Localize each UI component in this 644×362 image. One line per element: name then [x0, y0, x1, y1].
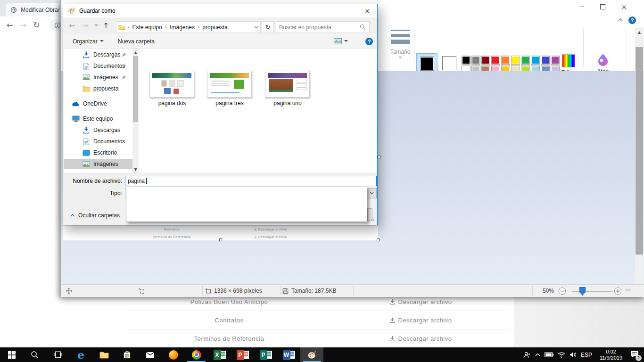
help-icon[interactable]: ? — [628, 16, 636, 24]
clock[interactable]: 0:02 11/9/2019 — [596, 349, 626, 361]
recent-locations-icon[interactable] — [94, 25, 98, 27]
maximize-button[interactable] — [592, 0, 613, 14]
sidebar-item-propuesta[interactable]: propuesta — [64, 83, 132, 94]
forward-icon[interactable]: → — [82, 21, 88, 30]
palette-swatch[interactable] — [481, 56, 490, 65]
taskbar-firefox[interactable] — [162, 347, 185, 362]
taskbar-mail[interactable] — [139, 347, 162, 362]
canvas-resize-handle[interactable] — [377, 239, 380, 241]
sidebar-item-este-equipo[interactable]: Este equipo — [64, 114, 132, 124]
scroll-up-icon[interactable]: ▲ — [132, 49, 139, 55]
palette-swatch[interactable] — [471, 56, 480, 65]
dialog-close-button[interactable]: × — [357, 4, 377, 17]
taskbar-paint[interactable] — [300, 347, 323, 362]
taskbar-store[interactable] — [116, 347, 139, 362]
hidden-icons-chevron[interactable] — [535, 353, 540, 356]
taskbar-file-explorer[interactable] — [92, 347, 116, 362]
filename-input[interactable]: pagina — [125, 176, 377, 186]
browser-back-icon[interactable]: ← — [7, 20, 13, 30]
volume-icon[interactable] — [570, 352, 577, 358]
browser-forward-icon[interactable]: → — [20, 20, 26, 30]
filename-autocomplete-dropdown[interactable] — [126, 187, 367, 222]
canvas-resize-handle[interactable] — [219, 239, 222, 241]
close-button[interactable]: × — [613, 0, 635, 14]
combo-chevron-icon[interactable] — [366, 189, 376, 198]
palette-swatch[interactable] — [511, 56, 520, 65]
collapse-ribbon-icon[interactable] — [618, 18, 623, 21]
sidebar-item-descargas[interactable]: Descargas — [64, 49, 132, 60]
breadcrumb[interactable]: › Este equipo › Imágenes › propuesta — [116, 21, 261, 33]
taskbar-search-button[interactable] — [23, 347, 46, 362]
zoom-in-button[interactable] — [614, 287, 622, 295]
search-box[interactable] — [276, 21, 370, 33]
taskbar-chrome[interactable] — [185, 347, 208, 362]
download-link[interactable]: Descargar archivo — [332, 329, 509, 347]
scroll-down-icon[interactable]: ▼ — [132, 167, 139, 172]
wifi-icon[interactable] — [558, 352, 565, 358]
taskbar-powerpoint[interactable]: P — [231, 347, 254, 362]
file-item[interactable]: pagina dos — [149, 71, 195, 107]
taskbar-edge[interactable]: e — [69, 347, 92, 362]
file-list[interactable]: pagina dos pagina tres — [139, 49, 377, 173]
dialog-titlebar[interactable]: Guardar como × — [63, 4, 377, 17]
browser-reload-icon[interactable]: ↻ — [33, 20, 40, 30]
taskbar-publisher[interactable]: P — [254, 347, 277, 362]
folder-icon — [118, 24, 125, 30]
palette-swatch[interactable] — [462, 56, 471, 65]
zoom-slider-track[interactable] — [572, 291, 612, 292]
action-center-button[interactable]: 2 — [630, 350, 640, 360]
organize-button[interactable]: Organizar — [73, 34, 104, 48]
sidebar-item-onedrive[interactable]: OneDrive — [64, 99, 132, 109]
scrollbar-thumb[interactable] — [133, 56, 138, 122]
up-icon[interactable]: ↑ — [103, 21, 109, 30]
zoom-out-button[interactable] — [558, 287, 566, 295]
refresh-button[interactable]: ↻ — [262, 21, 274, 33]
breadcrumb-item[interactable]: Este equipo — [131, 24, 163, 31]
palette-swatch[interactable] — [521, 56, 530, 65]
hide-folders-button[interactable]: Ocultar carpetas — [70, 212, 120, 219]
palette-swatch[interactable] — [541, 56, 550, 65]
sidebar-item-descargas-pc[interactable]: Descargas — [64, 125, 132, 135]
taskbar-word[interactable]: W — [277, 347, 300, 362]
size-button[interactable]: Tamaño — [387, 30, 413, 59]
palette-swatch[interactable] — [501, 56, 510, 65]
scrollbar-thumb[interactable] — [636, 47, 643, 255]
canvas-resize-handle[interactable] — [378, 156, 380, 158]
zoom-slider-thumb[interactable] — [579, 287, 586, 296]
sidebar-item-imagenes-pc[interactable]: Imágenes — [64, 159, 132, 169]
view-mode-button[interactable] — [334, 34, 348, 48]
download-link[interactable]: Descargar archivo — [332, 311, 509, 329]
search-icon[interactable] — [360, 24, 366, 30]
scroll-up-icon[interactable]: ▲ — [635, 27, 644, 34]
start-button[interactable] — [0, 347, 23, 362]
minimize-button[interactable] — [571, 0, 592, 14]
breadcrumb-item[interactable]: propuesta — [201, 24, 228, 31]
page-info-icon[interactable] — [54, 22, 61, 29]
canvas-scrollbar[interactable]: ▲ — [635, 27, 644, 284]
text-caret — [146, 178, 147, 184]
powerpoint-icon: P — [237, 350, 249, 360]
address-dropdown-icon[interactable] — [254, 26, 258, 29]
back-icon[interactable]: ← — [69, 21, 75, 30]
resize-grip[interactable] — [626, 289, 631, 291]
sidebar-item-imagenes[interactable]: Imágenes — [64, 72, 132, 82]
language-indicator[interactable]: ESP — [581, 352, 592, 358]
new-folder-button[interactable]: Nueva carpeta — [118, 34, 155, 48]
search-input[interactable] — [276, 24, 360, 31]
dialog-resize-grip[interactable] — [369, 219, 374, 221]
task-view-button[interactable] — [46, 347, 69, 362]
sidebar-item-documentos[interactable]: Documentos — [64, 61, 132, 71]
taskbar-excel[interactable]: X — [208, 347, 231, 362]
file-item[interactable]: pagina uno — [265, 71, 310, 107]
palette-swatch[interactable] — [531, 56, 540, 65]
people-icon[interactable] — [523, 352, 531, 358]
file-item[interactable]: pagina tres — [207, 71, 252, 107]
breadcrumb-item[interactable]: Imágenes — [169, 24, 196, 31]
sidebar-scrollbar[interactable]: ▲ ▼ — [132, 49, 139, 173]
cloud-icon — [72, 101, 80, 107]
palette-swatch[interactable] — [491, 56, 500, 65]
help-icon[interactable]: ? — [365, 38, 373, 45]
sidebar-item-escritorio[interactable]: Escritorio — [64, 148, 132, 158]
sidebar-item-documentos-pc[interactable]: Documentos — [64, 136, 132, 147]
battery-icon[interactable] — [545, 352, 553, 357]
